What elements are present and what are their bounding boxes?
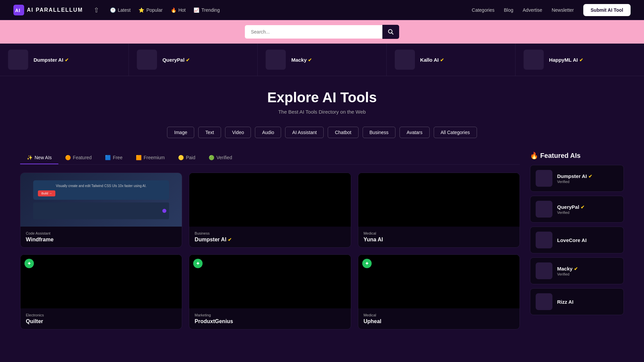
sidebar-info-macky: Macky✔ Verified — [557, 266, 618, 276]
sidebar-title: 🔥 Featured AIs — [530, 152, 624, 160]
tab-featured-label: Featured — [73, 155, 92, 160]
sidebar-name-rizz: Rizz AI — [557, 299, 618, 305]
card-title-yuna: Yuna AI — [364, 237, 514, 243]
pill-avatars[interactable]: Avatars — [399, 127, 429, 138]
strip-name-kallo: Kallo AI✔ — [420, 57, 444, 63]
tab-freemium-label: Freemium — [144, 155, 165, 160]
strip-item-happyml[interactable]: HappyML AI✔ — [516, 44, 644, 76]
pill-business[interactable]: Business — [363, 127, 396, 138]
card-body-quilter: Electronics Quilter — [20, 308, 182, 329]
tab-freemium[interactable]: 🟧 Freemium — [129, 152, 171, 164]
nav-latest[interactable]: 🕐 Latest — [110, 7, 130, 13]
card-body-produstgenius: Marketing ProduxtGenius — [189, 308, 351, 329]
card-thumb-yuna — [358, 173, 520, 227]
sidebar-item-dumpster[interactable]: Dumpster AI✔ Verified — [530, 165, 624, 192]
strip-thumb-dumpster — [8, 50, 28, 70]
strip-name-macky: Macky✔ — [291, 57, 312, 63]
card-dumpster-ai[interactable]: Business Dumpster AI✔ — [189, 173, 351, 248]
search-input[interactable] — [245, 25, 382, 39]
clock-icon: 🕐 — [110, 7, 116, 13]
strip-thumb-kallo — [395, 50, 415, 70]
sidebar-verified-label-1: Verified — [557, 210, 618, 215]
nav-newsletter[interactable]: Newsletter — [552, 7, 574, 13]
tabs: ✨ New AIs 🟠 Featured 🟦 Free 🟧 Freemium 🟡 — [20, 152, 520, 165]
new-badge-upheal: ✦ — [362, 259, 372, 268]
sidebar-thumb-rizz — [536, 293, 552, 310]
sidebar-verified-icon-1: ✔ — [581, 204, 585, 210]
nav-advertise[interactable]: Advertise — [523, 7, 542, 13]
strip-item-macky[interactable]: Macky✔ — [258, 44, 386, 76]
strip-name-happyml: HappyML AI✔ — [549, 57, 583, 63]
pill-image[interactable]: Image — [167, 127, 194, 138]
nav-blog[interactable]: Blog — [504, 7, 513, 13]
search-icon — [388, 29, 394, 35]
strip-item-kallo[interactable]: Kallo AI✔ — [387, 44, 516, 76]
card-upheal[interactable]: ✦ Medical Upheal — [358, 254, 520, 329]
verified-icon-2: ✔ — [308, 57, 312, 63]
tab-free[interactable]: 🟦 Free — [98, 152, 129, 164]
strip-thumb-querypal — [137, 50, 157, 70]
tab-free-label: Free — [113, 155, 122, 160]
windframe-screenshot: Visually create and edit Tailwind CSS UI… — [20, 173, 182, 227]
submit-ai-button[interactable]: Submit AI Tool — [583, 4, 631, 16]
nav-popular[interactable]: ⭐ Popular — [139, 7, 162, 13]
nav-hot[interactable]: 🔥 Hot — [171, 7, 186, 13]
sidebar-name-macky: Macky✔ — [557, 266, 618, 272]
card-title-windframe: Windframe — [26, 237, 176, 243]
pill-all-categories[interactable]: All Categories — [434, 127, 477, 138]
windframe-preview — [33, 202, 169, 219]
pill-ai-assistant[interactable]: AI Assistant — [285, 127, 324, 138]
hero-section: Explore AI Tools The Best AI Tools Direc… — [20, 89, 624, 115]
main-content: Explore AI Tools The Best AI Tools Direc… — [0, 76, 644, 343]
sidebar-info-querypal: QueryPal✔ Verified — [557, 204, 618, 215]
trending-icon: 📈 — [194, 7, 199, 13]
star-icon: ⭐ — [139, 7, 144, 13]
sidebar-item-macky[interactable]: Macky✔ Verified — [530, 257, 624, 284]
nav-trending[interactable]: 📈 Trending — [194, 7, 220, 13]
tab-featured[interactable]: 🟠 Featured — [58, 152, 98, 164]
strip-item-dumpster[interactable]: Dumpster AI✔ — [0, 44, 129, 76]
tab-verified[interactable]: 🟢 Verified — [202, 152, 239, 164]
sparkle-icon: ✨ — [27, 155, 33, 160]
pill-video[interactable]: Video — [225, 127, 251, 138]
sidebar-item-lovecore[interactable]: LoveCore AI — [530, 227, 624, 253]
tab-paid[interactable]: 🟡 Paid — [171, 152, 202, 164]
card-body-windframe: Code Assistant Windframe — [20, 227, 182, 247]
nav-hot-label: Hot — [178, 7, 186, 13]
verified-icon-tab: 🟢 — [209, 155, 214, 160]
tab-new-ais[interactable]: ✨ New AIs — [20, 152, 58, 164]
card-quilter[interactable]: ✦ Electronics Quilter — [20, 254, 182, 329]
tab-new-ais-label: New AIs — [35, 155, 52, 160]
share-icon[interactable]: ⇧ — [94, 6, 99, 14]
search-bar-wrapper — [0, 20, 644, 44]
sidebar-item-rizz[interactable]: Rizz AI — [530, 288, 624, 315]
card-windframe[interactable]: Visually create and edit Tailwind CSS UI… — [20, 173, 182, 248]
card-yuna-ai[interactable]: Medical Yuna AI — [358, 173, 520, 248]
verified-badge-dumpster: ✔ — [228, 237, 232, 242]
pill-audio[interactable]: Audio — [255, 127, 281, 138]
logo[interactable]: AI AI PARALLELLUM — [13, 5, 83, 15]
pill-chatbot[interactable]: Chatbot — [328, 127, 358, 138]
card-title-dumpster: Dumpster AI✔ — [195, 237, 345, 243]
card-thumb-quilter: ✦ — [20, 255, 182, 308]
card-category-yuna: Medical — [364, 231, 514, 235]
strip-thumb-happyml — [524, 50, 544, 70]
new-badge-quilter: ✦ — [24, 259, 34, 268]
card-thumb-windframe: Visually create and edit Tailwind CSS UI… — [20, 173, 182, 227]
card-thumb-dumpster — [189, 173, 351, 227]
strip-item-querypal[interactable]: QueryPal✔ — [129, 44, 258, 76]
header-left: AI AI PARALLELLUM ⇧ 🕐 Latest ⭐ Popular 🔥… — [13, 5, 220, 15]
nav-categories[interactable]: Categories — [472, 7, 495, 13]
nav-popular-label: Popular — [146, 7, 162, 13]
pill-text[interactable]: Text — [198, 127, 221, 138]
sidebar-item-querypal[interactable]: QueryPal✔ Verified — [530, 196, 624, 223]
card-produstgenius[interactable]: ✦ Marketing ProduxtGenius — [189, 254, 351, 329]
sidebar: 🔥 Featured AIs Dumpster AI✔ Verified Que… — [530, 152, 624, 329]
svg-text:AI: AI — [15, 8, 20, 13]
search-bar-inner — [245, 25, 399, 39]
search-button[interactable] — [382, 25, 399, 39]
tab-verified-label: Verified — [216, 155, 232, 160]
verified-icon-4: ✔ — [579, 57, 583, 63]
card-title-quilter: Quilter — [26, 318, 176, 324]
featured-strip: Dumpster AI✔ QueryPal✔ Macky✔ Kallo AI✔ … — [0, 44, 644, 76]
